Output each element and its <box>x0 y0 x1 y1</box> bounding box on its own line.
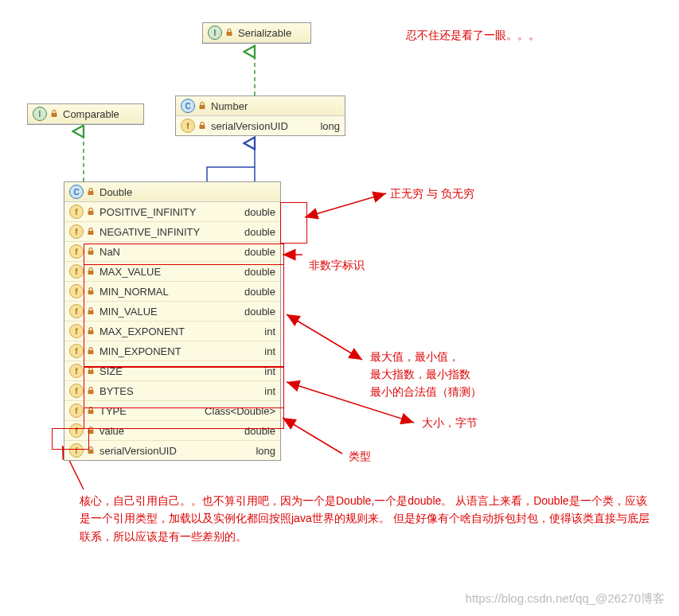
field-name: NEGATIVE_INFINITY <box>100 226 236 238</box>
lock-icon <box>87 307 95 315</box>
svg-rect-20 <box>88 350 94 354</box>
field-type: int <box>264 326 275 337</box>
svg-rect-17 <box>88 290 94 294</box>
class-number: CNumber fserialVersionUIDlong <box>175 96 345 136</box>
field-name: serialVersionUID <box>211 120 312 132</box>
field-icon: f <box>69 224 84 239</box>
svg-rect-22 <box>88 390 94 394</box>
interface-comparable: IComparable <box>27 103 144 125</box>
field-icon: f <box>69 364 84 378</box>
svg-rect-9 <box>52 113 57 117</box>
field-name: POSITIVE_INFINITY <box>100 206 236 218</box>
annotation: 非数字标识 <box>309 259 365 273</box>
field-icon: f <box>69 404 84 418</box>
annotation: 大小，字节 <box>422 416 478 431</box>
field-icon: f <box>69 244 84 259</box>
lock-icon <box>87 248 95 255</box>
field-type: double <box>244 286 275 298</box>
field-type: double <box>244 206 275 218</box>
svg-rect-13 <box>88 211 94 215</box>
field-row: fNEGATIVE_INFINITYdouble <box>64 222 280 242</box>
field-type: long <box>256 445 275 457</box>
lock-icon <box>87 367 95 375</box>
field-row: fMAX_EXPONENTint <box>64 322 280 341</box>
lock-icon <box>87 287 95 295</box>
class-icon: C <box>181 99 195 113</box>
field-row: fMAX_VALUEdouble <box>64 262 280 282</box>
annotation: 最大指数，最小指数 <box>370 368 470 382</box>
field-row: fSIZEint <box>64 361 280 381</box>
annotation: 最大值，最小值， <box>370 350 459 365</box>
field-row: fTYPEClass<Double> <box>64 401 280 421</box>
svg-line-6 <box>283 418 342 454</box>
annotation: 最小的合法值（猜测） <box>370 385 482 400</box>
svg-rect-18 <box>88 310 94 314</box>
field-type: double <box>244 425 275 437</box>
field-row: fMIN_EXPONENTint <box>64 341 280 361</box>
field-name: MAX_EXPONENT <box>100 326 256 337</box>
annotation-paragraph: 核心，自己引用自己。。也不算引用吧，因为一个是Double,一个是double。… <box>80 492 653 545</box>
svg-rect-21 <box>88 370 94 374</box>
lock-icon <box>87 327 95 335</box>
class-name: Serializable <box>238 27 306 39</box>
watermark: https://blog.csdn.net/qq_@26270博客 <box>466 591 665 606</box>
field-type: double <box>244 266 275 278</box>
lock-icon <box>87 228 95 236</box>
field-type: double <box>244 226 275 238</box>
lock-icon <box>87 208 95 216</box>
lock-icon <box>87 427 95 435</box>
svg-line-4 <box>287 314 362 360</box>
svg-rect-16 <box>88 271 94 275</box>
field-row: fMIN_VALUEdouble <box>64 302 280 322</box>
field-name: MAX_VALUE <box>100 266 236 278</box>
lock-icon <box>198 122 206 130</box>
lock-icon <box>87 188 95 196</box>
field-name: SIZE <box>100 365 256 377</box>
field-name: TYPE <box>100 405 197 417</box>
field-row: fserialVersionUIDlong <box>64 441 280 460</box>
svg-rect-15 <box>88 251 94 255</box>
field-row: fserialVersionUIDlong <box>176 116 345 135</box>
lock-icon <box>198 102 206 110</box>
field-icon: f <box>69 384 84 398</box>
field-type: double <box>244 306 275 318</box>
highlight-box <box>280 202 307 244</box>
field-icon: f <box>69 324 84 338</box>
class-double: CDouble fPOSITIVE_INFINITYdouble fNEGATI… <box>64 181 281 461</box>
svg-rect-19 <box>88 330 94 334</box>
interface-icon: I <box>33 107 47 121</box>
field-name: value <box>100 425 236 437</box>
field-row: fPOSITIVE_INFINITYdouble <box>64 202 280 222</box>
field-icon: f <box>69 443 84 458</box>
lock-icon <box>50 110 58 118</box>
svg-rect-24 <box>88 430 94 434</box>
field-icon: f <box>69 264 84 279</box>
class-icon: C <box>69 185 84 199</box>
field-name: serialVersionUID <box>100 445 248 457</box>
lock-icon <box>87 446 95 454</box>
lock-icon <box>87 347 95 355</box>
field-type: int <box>264 365 275 377</box>
svg-rect-10 <box>200 105 205 109</box>
field-icon: f <box>69 423 84 438</box>
field-name: BYTES <box>100 385 256 397</box>
field-row: fMIN_NORMALdouble <box>64 282 280 302</box>
field-icon: f <box>69 304 84 318</box>
lock-icon <box>87 407 95 415</box>
field-icon: f <box>69 205 84 219</box>
svg-rect-23 <box>88 410 94 414</box>
field-name: MIN_NORMAL <box>100 286 236 298</box>
svg-rect-11 <box>200 125 205 129</box>
lock-icon <box>225 29 233 37</box>
svg-rect-25 <box>88 450 94 454</box>
class-name: Comparable <box>63 108 139 120</box>
class-name: Number <box>211 100 340 112</box>
field-type: int <box>264 385 275 397</box>
field-icon: f <box>69 344 84 358</box>
lock-icon <box>87 387 95 395</box>
svg-rect-14 <box>88 231 94 235</box>
field-row: fvaluedouble <box>64 421 280 441</box>
field-row: fBYTESint <box>64 381 280 401</box>
field-type: double <box>244 246 275 258</box>
field-icon: f <box>69 284 84 298</box>
